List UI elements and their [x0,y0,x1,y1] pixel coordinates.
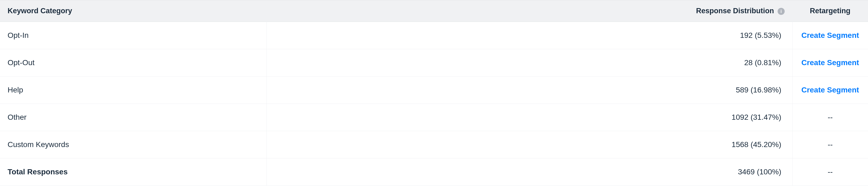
retargeting-cell: Create Segment [792,76,868,104]
header-keyword-category: Keyword Category [0,0,267,22]
distribution-cell: 192 (5.53%) [267,22,792,49]
retargeting-dash: -- [828,113,833,121]
keyword-category-table: Keyword Category Response Distribution i… [0,0,868,186]
table-row: Other1092 (31.47%)-- [0,104,868,131]
total-label-cell: Total Responses [0,158,267,186]
category-cell: Help [0,76,267,104]
table-header-row: Keyword Category Response Distribution i… [0,0,868,22]
header-response-distribution: Response Distribution i [267,0,792,22]
retargeting-cell: -- [792,131,868,158]
category-cell: Custom Keywords [0,131,267,158]
header-distribution-label: Response Distribution [696,7,774,15]
distribution-cell: 28 (0.81%) [267,49,792,76]
retargeting-dash: -- [828,140,833,149]
table-row: Opt-Out28 (0.81%)Create Segment [0,49,868,76]
create-segment-link[interactable]: Create Segment [801,31,859,39]
total-row: Total Responses3469 (100%)-- [0,158,868,186]
total-distribution-cell: 3469 (100%) [267,158,792,186]
retargeting-dash: -- [828,168,833,176]
retargeting-cell: -- [792,104,868,131]
total-retargeting-cell: -- [792,158,868,186]
create-segment-link[interactable]: Create Segment [801,58,859,67]
create-segment-link[interactable]: Create Segment [801,86,859,94]
retargeting-cell: Create Segment [792,49,868,76]
category-cell: Opt-In [0,22,267,49]
retargeting-cell: Create Segment [792,22,868,49]
header-retargeting: Retargeting [792,0,868,22]
distribution-cell: 1568 (45.20%) [267,131,792,158]
info-icon[interactable]: i [778,8,785,15]
category-cell: Opt-Out [0,49,267,76]
table-row: Custom Keywords1568 (45.20%)-- [0,131,868,158]
distribution-cell: 1092 (31.47%) [267,104,792,131]
distribution-cell: 589 (16.98%) [267,76,792,104]
table-row: Help589 (16.98%)Create Segment [0,76,868,104]
category-cell: Other [0,104,267,131]
table-row: Opt-In192 (5.53%)Create Segment [0,22,868,49]
